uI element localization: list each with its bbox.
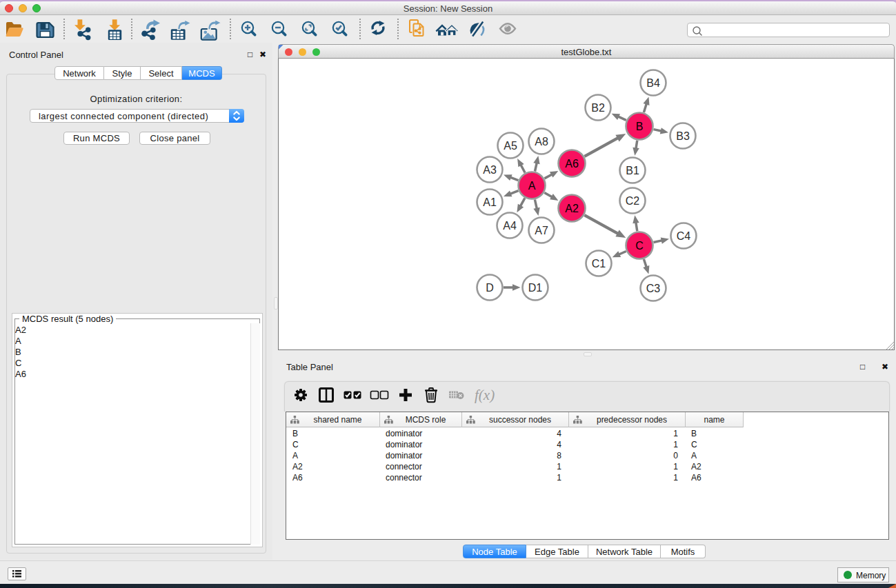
svg-text:A8: A8	[535, 136, 548, 148]
svg-text:A6: A6	[565, 158, 579, 170]
svg-text:C1: C1	[592, 258, 606, 270]
svg-text:B2: B2	[591, 102, 605, 114]
svg-text:f(x): f(x)	[475, 387, 495, 403]
svg-text:B4: B4	[646, 77, 660, 89]
svg-text:A7: A7	[535, 225, 548, 236]
svg-text:A1: A1	[483, 196, 497, 208]
svg-text:B3: B3	[676, 130, 690, 142]
svg-text:A3: A3	[483, 164, 497, 176]
svg-text:A4: A4	[503, 220, 517, 232]
svg-text:A5: A5	[504, 140, 517, 152]
svg-text:A: A	[528, 180, 536, 192]
svg-text:B: B	[636, 121, 644, 132]
svg-text:B1: B1	[626, 165, 639, 176]
svg-text:C3: C3	[646, 283, 661, 294]
svg-text:C: C	[635, 240, 644, 252]
svg-text:D1: D1	[528, 282, 543, 294]
svg-text:A2: A2	[565, 203, 579, 214]
svg-text:D: D	[486, 282, 494, 294]
svg-text:C2: C2	[626, 195, 640, 207]
svg-text:C4: C4	[677, 230, 691, 242]
